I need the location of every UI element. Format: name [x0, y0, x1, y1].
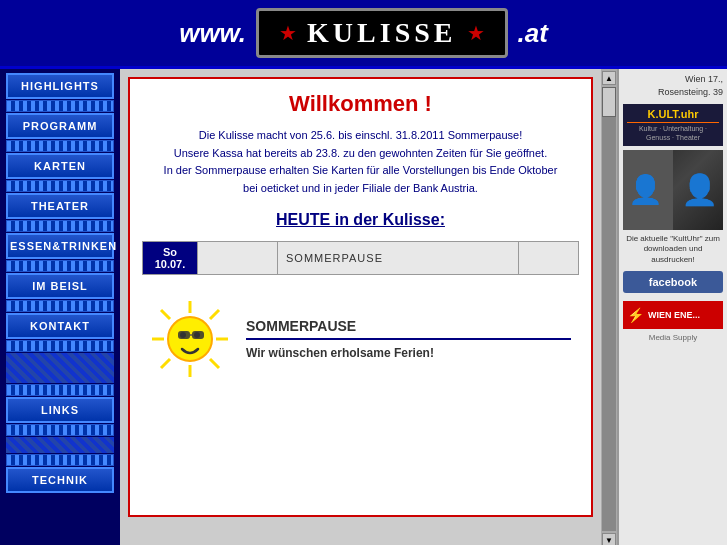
sidebar-item-karten[interactable]: KARTEN [6, 153, 114, 179]
heute-title: HEUTE in der Kulisse: [142, 211, 579, 229]
date-cell: So10.07. [143, 242, 198, 275]
sommerpause-subtitle: Wir wünschen erholsame Ferien! [246, 346, 571, 360]
svg-line-6 [210, 310, 219, 319]
empty-cell-1 [198, 242, 278, 275]
nav-divider-3 [6, 180, 114, 192]
wien-energy-label: WIEN ENE... [648, 310, 700, 320]
kult-desc-line2: downloaden und [644, 244, 703, 253]
decorative-stripe-1 [6, 353, 114, 383]
svg-rect-11 [178, 331, 190, 339]
sidebar-item-links[interactable]: LINKS [6, 397, 114, 423]
wien-energy-ad: ⚡ WIEN ENE... [623, 301, 723, 329]
decorative-stripe-2 [6, 437, 114, 453]
person-left-icon: 👤 [628, 173, 663, 206]
content-area: Willkommen ! Die Kulisse macht von 25.6.… [120, 69, 601, 545]
nav-divider-2 [6, 140, 114, 152]
right-address: Wien 17., Rosensteing. 39 [623, 73, 723, 98]
logo-star-right: ★ [467, 21, 485, 45]
schedule-table: So10.07. SOMMERPAUSE [142, 241, 579, 275]
address-line1: Wien 17., [685, 74, 723, 84]
willkommen-title: Willkommen ! [142, 91, 579, 117]
nav-divider-4 [6, 220, 114, 232]
sidebar: HIGHLIGHTS PROGRAMM KARTEN THEATER ESSEN… [0, 69, 120, 545]
nav-divider-1 [6, 100, 114, 112]
facebook-button[interactable]: facebook [623, 271, 723, 293]
sommerpause-title: SOMMERPAUSE [246, 318, 571, 340]
header: www. ★ KULISSE ★ .at [0, 0, 727, 69]
right-sidebar: Wien 17., Rosensteing. 39 K.ULT.uhr Kult… [617, 69, 727, 545]
sidebar-item-technik[interactable]: TECHNIK [6, 467, 114, 493]
kult-desc-line1: Die aktuelle "KultUhr" zum [626, 234, 720, 243]
nav-divider-8 [6, 384, 114, 396]
sidebar-item-kontakt[interactable]: KONTAKT [6, 313, 114, 339]
kult-ad-subtitle: Kultur · Unterhaltung · Genuss · Theater [627, 125, 719, 142]
nav-divider-10 [6, 454, 114, 466]
sidebar-item-im-beisl[interactable]: IM BEISL [6, 273, 114, 299]
sidebar-item-theater[interactable]: THEATER [6, 193, 114, 219]
svg-line-5 [210, 359, 219, 368]
media-supply-label: Media Supply [623, 333, 723, 342]
scrollbar[interactable]: ▲ ▼ [601, 69, 617, 545]
logo-text: KULISSE [307, 17, 456, 49]
svg-line-4 [161, 310, 170, 319]
info-line1: Die Kulisse macht von 25.6. bis einschl.… [199, 129, 522, 141]
info-line3: In der Sommerpause erhalten Sie Karten f… [164, 164, 558, 176]
sun-icon [150, 299, 230, 379]
at-text: .at [518, 18, 548, 49]
scroll-track [602, 87, 616, 531]
info-text: Die Kulisse macht von 25.6. bis einschl.… [142, 127, 579, 197]
info-line2: Unsere Kassa hat bereits ab 23.8. zu den… [174, 147, 547, 159]
main-layout: HIGHLIGHTS PROGRAMM KARTEN THEATER ESSEN… [0, 69, 727, 545]
kult-ad: K.ULT.uhr Kultur · Unterhaltung · Genuss… [623, 104, 723, 146]
kult-image-box: 👤 [623, 150, 723, 230]
kult-description: Die aktuelle "KultUhr" zum downloaden un… [623, 234, 723, 265]
sidebar-item-programm[interactable]: PROGRAMM [6, 113, 114, 139]
scroll-up-button[interactable]: ▲ [602, 71, 616, 85]
nav-divider-5 [6, 260, 114, 272]
sidebar-item-highlights[interactable]: HIGHLIGHTS [6, 73, 114, 99]
svg-line-7 [161, 359, 170, 368]
kult-ad-title: K.ULT.uhr [627, 108, 719, 123]
sidebar-item-essen-trinken[interactable]: ESSEN&TRINKEN [6, 233, 114, 259]
info-line4: bei oeticket und in jeder Filiale der Ba… [243, 182, 478, 194]
scroll-thumb[interactable] [602, 87, 616, 117]
nav-divider-6 [6, 300, 114, 312]
content-inner: Willkommen ! Die Kulisse macht von 25.6.… [128, 77, 593, 517]
address-line2: Rosensteing. 39 [658, 87, 723, 97]
svg-rect-12 [192, 331, 204, 339]
logo-box: ★ KULISSE ★ [256, 8, 507, 58]
table-row: So10.07. SOMMERPAUSE [143, 242, 579, 275]
empty-cell-2 [519, 242, 579, 275]
nav-divider-9 [6, 424, 114, 436]
sommerpause-box: SOMMERPAUSE Wir wünschen erholsame Ferie… [142, 291, 579, 387]
logo-star-left: ★ [279, 21, 297, 45]
nav-divider-7 [6, 340, 114, 352]
kult-desc-line3: ausdrucken! [651, 255, 695, 264]
scroll-down-button[interactable]: ▼ [602, 533, 616, 545]
sommerpause-text: SOMMERPAUSE Wir wünschen erholsame Ferie… [246, 318, 571, 360]
wien-energy-icon: ⚡ [627, 307, 644, 323]
www-text: www. [179, 18, 246, 49]
svg-point-8 [168, 317, 212, 361]
event-cell: SOMMERPAUSE [278, 242, 519, 275]
